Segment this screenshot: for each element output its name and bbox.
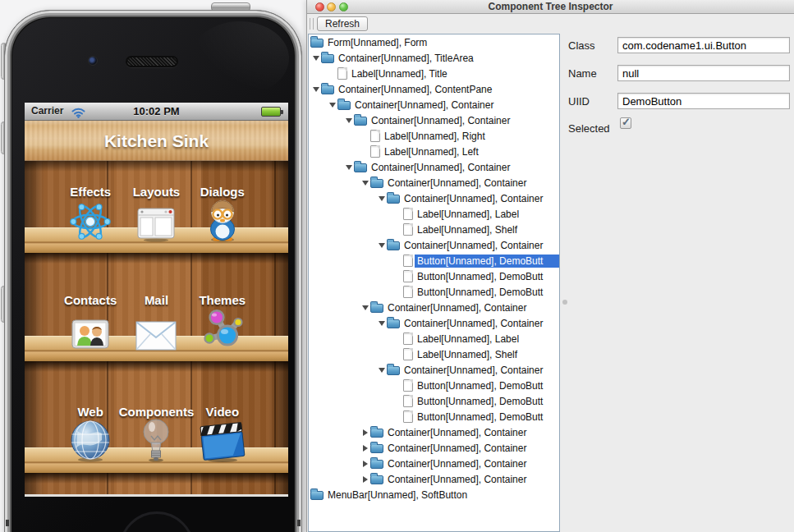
tree-row[interactable]: Container[Unnamed], Container: [309, 159, 559, 175]
collapsed-arrow-icon[interactable]: [360, 424, 370, 440]
tree-row[interactable]: Container[Unnamed], TitleArea: [309, 50, 559, 66]
tree-row-label: Label[Unnamed], Label: [415, 332, 521, 346]
tree-row-label: Container[Unnamed], Container: [369, 161, 512, 174]
envelope-icon[interactable]: [135, 321, 177, 354]
file-icon: [370, 145, 380, 158]
tree-row[interactable]: Button[Unnamed], DemoButt: [309, 378, 559, 393]
tree-row[interactable]: Container[Unnamed], Container: [309, 471, 559, 487]
tree-row[interactable]: Label[Unnamed], Shelf: [309, 346, 559, 362]
expanded-arrow-icon[interactable]: [343, 112, 354, 128]
app-item-label[interactable]: Layouts: [133, 185, 181, 198]
window-icon[interactable]: [137, 208, 175, 245]
property-field[interactable]: [617, 65, 790, 81]
tree-row[interactable]: Container[Unnamed], Container: [309, 456, 559, 471]
carrier-label: Carrier: [31, 105, 63, 117]
arrow-spacer: [392, 268, 403, 284]
property-field[interactable]: [617, 37, 790, 53]
expanded-arrow-icon[interactable]: [376, 315, 387, 331]
app-item-label[interactable]: Effects: [70, 185, 111, 198]
tree-row-label: Button[Unnamed], DemoButt: [415, 410, 545, 424]
app-item-label[interactable]: Dialogs: [200, 185, 245, 198]
tree-row-label: Label[Unnamed], Title: [349, 67, 450, 80]
status-bar: Carrier 10:02 PM: [25, 103, 288, 121]
folder-icon: [387, 241, 400, 250]
wifi-icon: [71, 107, 85, 122]
expanded-arrow-icon[interactable]: [376, 362, 387, 378]
file-icon: [403, 286, 413, 298]
collapsed-arrow-icon[interactable]: [360, 440, 370, 456]
tree-row[interactable]: Label[Unnamed], Shelf: [309, 222, 559, 237]
antenna-seam: [6, 520, 9, 526]
tree-row[interactable]: Container[Unnamed], Container: [309, 175, 559, 190]
folder-icon: [354, 163, 367, 172]
folder-icon: [370, 475, 383, 484]
tree-row[interactable]: Label[Unnamed], Title: [309, 66, 559, 81]
desktop: Carrier 10:02 PM Kitchen Sink: [0, 0, 794, 532]
contacts-icon[interactable]: [71, 319, 109, 354]
expanded-arrow-icon[interactable]: [310, 50, 321, 66]
app-item-label[interactable]: Themes: [199, 293, 246, 306]
collapsed-arrow-icon[interactable]: [360, 471, 370, 487]
tree-row[interactable]: Container[Unnamed], Container: [309, 97, 559, 112]
tree-row[interactable]: Container[Unnamed], Container: [309, 315, 559, 331]
folder-icon: [354, 117, 367, 126]
collapsed-arrow-icon[interactable]: [360, 456, 370, 471]
molecule-icon[interactable]: [201, 308, 244, 354]
tree-row[interactable]: Container[Unnamed], Container: [309, 237, 559, 253]
expanded-arrow-icon[interactable]: [376, 190, 387, 206]
selected-checkbox[interactable]: [620, 117, 631, 129]
expanded-arrow-icon[interactable]: [376, 237, 387, 253]
tree-row[interactable]: Button[Unnamed], DemoButt: [309, 284, 559, 300]
arrow-spacer: [360, 144, 370, 159]
app-item-label[interactable]: Web: [77, 405, 103, 418]
app-item-label[interactable]: Contacts: [64, 293, 117, 306]
expanded-arrow-icon[interactable]: [343, 159, 354, 175]
expanded-arrow-icon[interactable]: [327, 97, 337, 112]
property-field[interactable]: [617, 93, 790, 109]
toolbar-drag-handle[interactable]: [310, 18, 314, 30]
tree-row[interactable]: Label[Unnamed], Left: [309, 144, 559, 159]
tree-row-label: Container[Unnamed], Container: [385, 177, 529, 190]
app-item-label[interactable]: Mail: [145, 293, 168, 306]
tree-row[interactable]: Form[Unnamed], Form: [309, 34, 559, 50]
tree-row[interactable]: Container[Unnamed], Container: [309, 362, 559, 378]
tree-row[interactable]: Button[Unnamed], DemoButt: [309, 253, 559, 268]
splitter-handle[interactable]: [562, 300, 567, 305]
file-icon: [403, 410, 413, 423]
tree-row[interactable]: Container[Unnamed], Container: [309, 440, 559, 456]
tree-row-label: Container[Unnamed], Container: [385, 457, 529, 470]
folder-icon: [310, 491, 324, 500]
app-item-label[interactable]: Video: [205, 405, 239, 418]
tree-row[interactable]: Button[Unnamed], DemoButt: [309, 393, 559, 409]
shelf-shadow: [25, 473, 288, 484]
arrow-spacer: [327, 66, 337, 81]
tree-row-label: Container[Unnamed], Container: [402, 317, 545, 330]
expanded-arrow-icon[interactable]: [360, 300, 370, 315]
arrow-spacer: [392, 378, 403, 393]
arrow-spacer: [392, 346, 403, 362]
tree-row[interactable]: Container[Unnamed], Container: [309, 424, 559, 440]
tree-row[interactable]: Button[Unnamed], DemoButt: [309, 268, 559, 284]
tree-row[interactable]: Container[Unnamed], Container: [309, 300, 559, 315]
tree-row-label: Label[Unnamed], Label: [415, 208, 521, 221]
tree-row[interactable]: Container[Unnamed], Container: [309, 190, 559, 206]
clapperboard-icon[interactable]: [199, 421, 246, 466]
tree-row[interactable]: Label[Unnamed], Label: [309, 331, 559, 346]
antenna-seam: [297, 520, 301, 526]
tree-row-label: Container[Unnamed], Container: [352, 99, 496, 112]
tree-row[interactable]: Container[Unnamed], ContentPane: [309, 81, 559, 97]
folder-icon: [370, 444, 383, 453]
globe-icon[interactable]: [69, 420, 112, 466]
atom-icon[interactable]: [69, 201, 112, 245]
tree-row[interactable]: Label[Unnamed], Right: [309, 128, 559, 144]
tree-row[interactable]: Button[Unnamed], DemoButt: [309, 409, 559, 424]
penguin-icon[interactable]: [204, 198, 241, 245]
tree-row[interactable]: Label[Unnamed], Label: [309, 206, 559, 222]
refresh-button[interactable]: Refresh: [317, 16, 368, 31]
expanded-arrow-icon[interactable]: [360, 175, 370, 190]
tree-row[interactable]: MenuBar[Unnamed], SoftButton: [309, 487, 559, 502]
tree-row[interactable]: Container[Unnamed], Container: [309, 112, 559, 128]
expanded-arrow-icon[interactable]: [310, 81, 321, 97]
app-item-label[interactable]: Components: [119, 405, 195, 418]
lightbulb-icon[interactable]: [142, 418, 170, 466]
